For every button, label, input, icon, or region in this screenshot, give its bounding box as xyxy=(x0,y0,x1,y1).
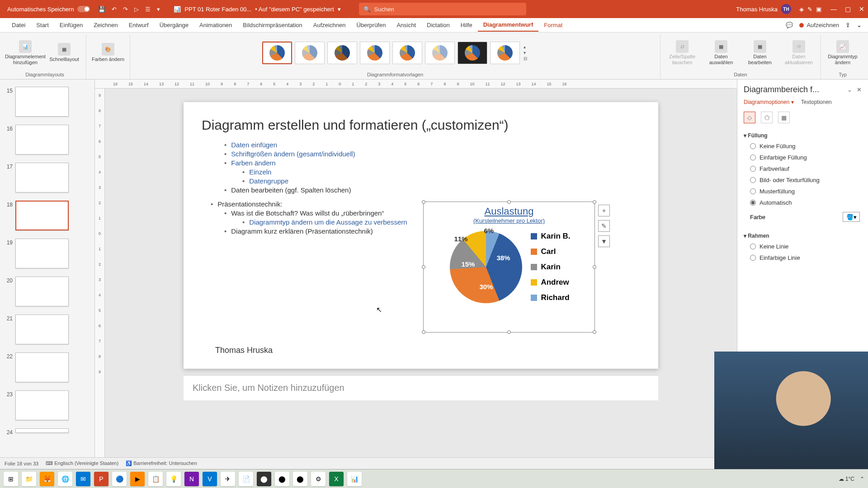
app-icon[interactable]: ⬤ xyxy=(293,472,307,486)
tab-zeichnen[interactable]: Zeichnen xyxy=(88,19,123,31)
chart-style-4[interactable] xyxy=(360,42,390,64)
section-border-header[interactable]: ▾ Rahmen xyxy=(744,231,862,241)
size-tab-icon[interactable]: ▦ xyxy=(778,112,790,123)
vlc-icon[interactable]: ▶ xyxy=(130,472,145,486)
outlook-icon[interactable]: ✉ xyxy=(76,472,90,486)
resize-handle[interactable] xyxy=(593,330,596,334)
btn-select-data[interactable]: ▦Daten auswählen xyxy=(703,40,739,65)
bullet[interactable]: Daten einfügen xyxy=(231,141,277,149)
language-indicator[interactable]: ⌨ Englisch (Vereinigte Staaten) xyxy=(46,460,118,466)
slide-thumb-21[interactable] xyxy=(15,314,69,344)
avatar[interactable]: TH xyxy=(781,4,791,14)
accessibility-checker[interactable]: ♿ Barrierefreiheit: Untersuchen xyxy=(126,460,197,466)
search-input[interactable] xyxy=(374,6,522,13)
window-icon[interactable]: ▣ xyxy=(816,6,821,13)
chart-style-7[interactable] xyxy=(458,42,487,64)
slide-thumb-23[interactable] xyxy=(15,390,69,420)
chart-style-5[interactable] xyxy=(392,42,422,64)
comments-icon[interactable]: 💬 xyxy=(786,22,793,28)
redo-icon[interactable]: ↷ xyxy=(123,6,128,13)
tab-ansicht[interactable]: Ansicht xyxy=(391,19,421,31)
bullet[interactable]: Einzeln xyxy=(249,168,271,176)
bullet[interactable]: Daten bearbeiten (ggf. Spalten löschen) xyxy=(231,186,351,194)
save-icon[interactable]: 💾 xyxy=(98,6,105,13)
tab-start[interactable]: Start xyxy=(31,19,54,31)
firefox-icon[interactable]: 🦊 xyxy=(40,472,54,486)
btn-change-chart-type[interactable]: 📈Diagrammtyp ändern xyxy=(825,40,861,65)
app-icon[interactable]: 💡 xyxy=(166,472,181,486)
app-icon[interactable]: ⬤ xyxy=(275,472,289,486)
radio-auto-fill[interactable]: Automatisch xyxy=(744,197,862,208)
slide-thumb-18[interactable] xyxy=(15,201,69,230)
chart-subtitle[interactable]: (Kursteilnehmer pro Lektor) xyxy=(424,217,594,224)
powerpoint-icon[interactable]: P xyxy=(94,472,108,486)
tab-bildschirmpraesentation[interactable]: Bildschirmpräsentation xyxy=(237,19,308,31)
chart-style-6[interactable] xyxy=(425,42,455,64)
chart-filter-button[interactable]: ▼ xyxy=(598,235,610,247)
tab-dictation[interactable]: Dictation xyxy=(421,19,455,31)
slide-thumb-24[interactable] xyxy=(15,428,69,433)
tab-datei[interactable]: Datei xyxy=(6,19,31,31)
slide[interactable]: Diagramm erstellen und formatieren („cus… xyxy=(184,102,658,369)
telegram-icon[interactable]: ✈ xyxy=(221,472,235,486)
search-box[interactable]: 🔍 xyxy=(359,3,526,15)
touch-mode-icon[interactable]: ☰ xyxy=(145,6,151,13)
tab-hilfe[interactable]: Hilfe xyxy=(455,19,478,31)
excel-icon[interactable]: X xyxy=(329,472,344,486)
pane-close-icon[interactable]: ✕ xyxy=(857,86,862,93)
format-tab-chart-options[interactable]: Diagrammoptionen ▾ xyxy=(744,99,794,105)
chart-title[interactable]: Auslastung xyxy=(424,206,594,217)
slide-thumb-22[interactable] xyxy=(15,352,69,382)
chart-style-8[interactable] xyxy=(490,42,520,64)
resize-handle[interactable] xyxy=(593,200,596,204)
file-explorer-icon[interactable]: 📁 xyxy=(22,472,36,486)
tab-entwurf[interactable]: Entwurf xyxy=(123,19,154,31)
radio-no-line[interactable]: Keine Linie xyxy=(744,241,862,252)
bullet[interactable]: Farben ändern xyxy=(231,159,275,167)
app-icon[interactable]: 📊 xyxy=(347,472,362,486)
slide-counter[interactable]: Folie 18 von 33 xyxy=(5,461,38,466)
bullet[interactable]: Diagramm kurz erklären (Präsentationstec… xyxy=(231,227,373,235)
resize-handle[interactable] xyxy=(507,330,511,334)
weather-widget[interactable]: ☁ 1°C xyxy=(839,476,854,482)
app-icon[interactable]: 🔵 xyxy=(112,472,127,486)
btn-add-chart-element[interactable]: 📊Diagrammelement hinzufügen xyxy=(7,40,43,65)
settings-icon[interactable]: ⚙ xyxy=(311,472,326,486)
chevron-down-icon[interactable]: ▾ xyxy=(338,6,341,13)
chart-style-3[interactable] xyxy=(327,42,357,64)
tab-format[interactable]: Format xyxy=(538,19,568,31)
pie-chart[interactable]: 6% 11% 15% 30% 38% xyxy=(448,229,524,305)
bullet[interactable]: Was ist die Botschaft? Was willst du „rü… xyxy=(231,209,384,217)
resize-handle[interactable] xyxy=(422,330,425,334)
document-title-area[interactable]: 📊 PPT 01 Roter Faden 00... • Auf "diesem… xyxy=(174,6,340,13)
radio-no-fill[interactable]: Keine Füllung xyxy=(744,141,862,152)
radio-solid-fill[interactable]: Einfarbige Füllung xyxy=(744,152,862,163)
section-fill-header[interactable]: ▾ Füllung xyxy=(744,131,862,141)
slide-thumb-16[interactable] xyxy=(15,125,69,155)
start-button[interactable]: ⊞ xyxy=(4,472,18,486)
chart-object[interactable]: + ✎ ▼ Auslastung (Kursteilnehmer pro Lek… xyxy=(423,202,595,333)
chrome-icon[interactable]: 🌐 xyxy=(58,472,72,486)
radio-pattern-fill[interactable]: Musterfüllung xyxy=(744,186,862,197)
color-picker-button[interactable]: 🪣▾ xyxy=(843,212,860,222)
maximize-icon[interactable]: ▢ xyxy=(845,5,851,13)
chart-styles-button[interactable]: ✎ xyxy=(598,220,610,232)
chart-legend[interactable]: Karin B. Carl Karin Andrew Richard xyxy=(531,232,570,302)
qat-more-icon[interactable]: ▾ xyxy=(157,6,160,13)
record-button[interactable]: Aufzeichnen xyxy=(799,22,839,28)
resize-handle[interactable] xyxy=(422,200,425,204)
slide-author[interactable]: Thomas Hruska xyxy=(215,346,273,355)
diamond-icon[interactable]: ◈ xyxy=(799,6,804,13)
radio-picture-fill[interactable]: Bild- oder Texturfüllung xyxy=(744,174,862,186)
resize-handle[interactable] xyxy=(422,265,425,269)
resize-handle[interactable] xyxy=(507,200,511,204)
app-icon[interactable]: 📋 xyxy=(148,472,163,486)
slide-thumbnails-panel[interactable]: 15 16 17 18 19 20 21 22 23 24 xyxy=(0,80,95,457)
toggle-switch[interactable] xyxy=(77,6,90,12)
fill-line-tab-icon[interactable]: ◇ xyxy=(744,112,755,123)
pane-dropdown-icon[interactable]: ⌄ xyxy=(847,86,852,93)
collapse-ribbon-icon[interactable]: ⌄ xyxy=(857,22,862,28)
slide-thumb-17[interactable] xyxy=(15,163,69,192)
chart-style-1[interactable] xyxy=(262,42,292,64)
minimize-icon[interactable]: — xyxy=(830,5,837,13)
